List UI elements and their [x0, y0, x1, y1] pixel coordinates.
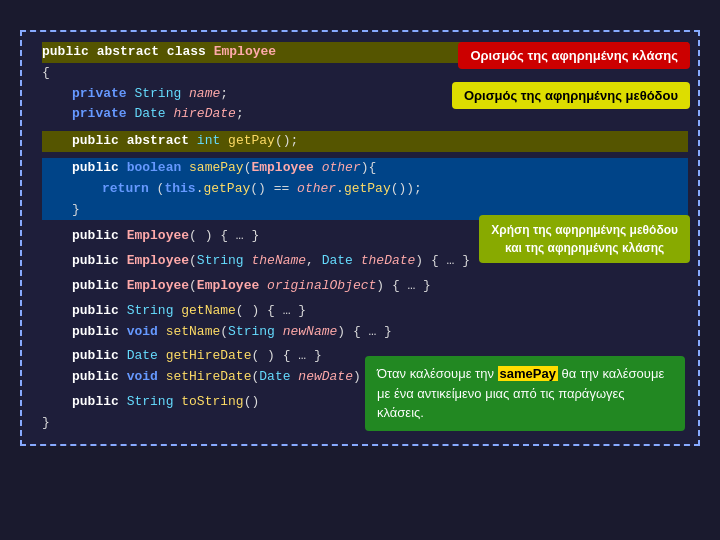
code-line-abstract-method: public abstract int getPay(); — [42, 131, 688, 152]
callout-abstract-usage: Χρήση της αφηρημένης μεθόδουκαι της αφηρ… — [479, 215, 690, 263]
callout-abstract-class: Ορισμός της αφηρημένης κλάσης — [458, 42, 690, 69]
callout-abstract-method: Ορισμός της αφηρημένης μεθόδου — [452, 82, 690, 109]
slide: public abstract class Employee { private… — [10, 10, 710, 530]
code-line-samepay-1: public boolean samePay(Employee other){ — [42, 158, 688, 179]
bottom-note: Όταν καλέσουμε την samePay θα την καλέσο… — [365, 356, 685, 431]
code-line-m2: public void setName(String newName) { … … — [42, 322, 688, 343]
code-line-c3: public Employee(Employee originalObject)… — [42, 276, 688, 297]
code-line-samepay-2: return (this.getPay() == other.getPay())… — [42, 179, 688, 200]
code-line-m1: public String getName( ) { … } — [42, 301, 688, 322]
